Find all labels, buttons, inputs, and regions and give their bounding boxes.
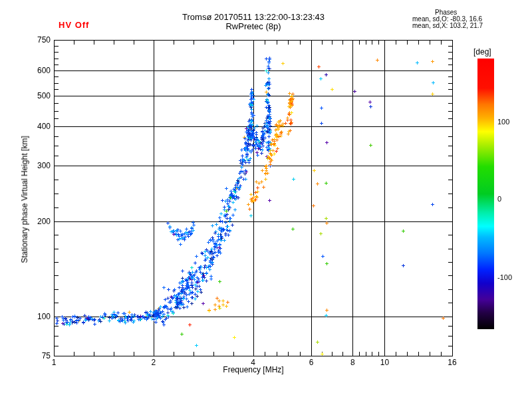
colorbar-unit-label: [deg] — [473, 47, 491, 57]
plot-subtitle: RwPretec (8p) — [54, 21, 453, 31]
colorbar-tick-100: 100 — [497, 118, 509, 126]
colorbar-tick-0: 0 — [497, 195, 501, 203]
x-axis-label: Frequency [MHz] — [54, 365, 453, 374]
ionogram-figure: HV Off Tromsø 20170511 13:22:00-13:23:43… — [0, 0, 532, 399]
ionogram-plot-canvas — [0, 0, 532, 399]
phase-stats-x-mode: mean, sd,X: 103.2, 21.7 — [412, 23, 483, 29]
phase-colorbar — [477, 59, 494, 329]
y-axis-label: Stationary phase Virtual Height [km] — [20, 136, 29, 263]
plot-title: Tromsø 20170511 13:22:00-13:23:43 — [54, 12, 453, 22]
phase-stats-block: Phasesmean, sd,O: -80.3, 16.6mean, sd,X:… — [412, 9, 483, 29]
colorbar-tick-neg100: -100 — [497, 273, 512, 281]
